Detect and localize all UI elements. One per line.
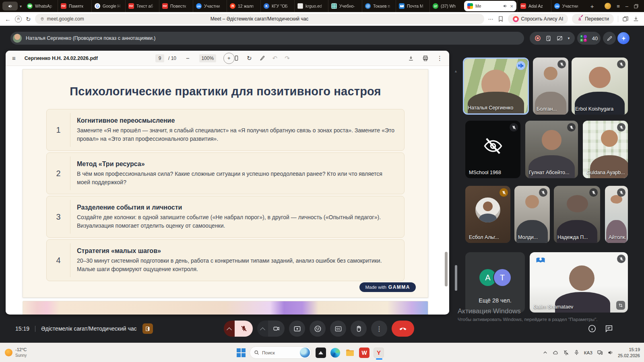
weather-widget[interactable]: -12°C Sunny — [5, 347, 27, 358]
present-button[interactable] — [289, 321, 305, 337]
new-tab-button[interactable]: + — [587, 1, 597, 11]
tab-whatsapp-web[interactable]: 37(37) Wh — [429, 0, 463, 12]
yandex-home-button[interactable]: Я — [15, 16, 22, 23]
camera-control[interactable] — [257, 321, 285, 337]
mic-control[interactable] — [224, 321, 253, 337]
tab-zoom-participants[interactable]: zmУчастни — [193, 0, 227, 12]
tab-uchebno[interactable]: Учебно- — [328, 0, 362, 12]
participant-tile-guldana[interactable]: Guldana Ayapb... — [583, 121, 628, 178]
more-options-button[interactable]: ⋯ — [488, 16, 493, 22]
tab-mail[interactable]: Почта М — [396, 0, 429, 12]
annotate-pen-button[interactable] — [603, 32, 616, 45]
taskbar-edge[interactable] — [330, 348, 341, 358]
zoom-out-button[interactable]: − — [186, 55, 190, 62]
participant-tile-nadezhda[interactable]: Надежда П... — [554, 186, 600, 243]
chevron-down-icon[interactable]: ▾ — [20, 4, 22, 8]
onedrive-cloud-icon[interactable] — [553, 350, 559, 356]
browser-menu-button[interactable]: ≡ — [617, 4, 620, 9]
participant-tile-aitolk[interactable]: Айтолк... — [605, 186, 628, 243]
tab-zoom-participants-2[interactable]: zmУчастни — [551, 0, 585, 12]
taskbar-file-explorer[interactable] — [345, 348, 355, 358]
participant-tile-esbol[interactable]: Есбол Альг... — [465, 186, 510, 243]
meeting-details-icon[interactable] — [588, 324, 597, 333]
downloads-icon[interactable] — [633, 16, 639, 22]
panel-scroll-up-icon[interactable]: ▲ — [454, 69, 458, 73]
rotate-icon[interactable]: ↻ — [247, 55, 252, 61]
tab-pamyatka[interactable]: PDFПамятк — [58, 0, 91, 12]
ai-assistant-button[interactable] — [617, 32, 630, 44]
camera-options-chevron[interactable] — [257, 321, 268, 337]
mic-mute-button[interactable] — [235, 321, 253, 337]
tab-google[interactable]: GGoogle Н — [91, 0, 125, 12]
tab-tekst[interactable]: PDFТекст аб — [125, 0, 159, 12]
taskbar-search[interactable]: Поиск — [250, 346, 312, 359]
pdf-scrollbar-thumb[interactable] — [445, 252, 448, 286]
ask-alice-button[interactable]: Спросить Алису AI — [508, 14, 568, 24]
tab-tokaev[interactable]: @Токаев п — [362, 0, 396, 12]
minimize-button[interactable]: – — [625, 4, 628, 9]
captions-button[interactable] — [330, 321, 346, 337]
start-button[interactable] — [237, 348, 246, 357]
crop-video-button[interactable] — [616, 301, 625, 310]
download-icon[interactable] — [408, 55, 414, 62]
undo-icon[interactable]: ↶ — [272, 55, 278, 61]
tray-expand-icon[interactable] — [542, 350, 548, 356]
end-call-button[interactable] — [392, 321, 414, 337]
reload-button[interactable]: ↻ — [26, 16, 31, 22]
address-bar[interactable]: meet.google.com Meet – Әдістемелік сағат… — [35, 14, 484, 24]
tab-whatsapp[interactable]: ☎WhatsAp — [24, 0, 58, 12]
bookmark-icon[interactable] — [497, 16, 504, 22]
translate-button[interactable]: ä Перевести — [572, 14, 614, 24]
language-indicator[interactable]: КАЗ — [584, 350, 592, 355]
participant-tile-bolgan[interactable]: Болган... — [533, 58, 568, 115]
collections-icon[interactable] — [622, 16, 629, 22]
annotation-icon[interactable] — [545, 35, 551, 41]
participant-tile-galim[interactable]: Galim Shamataev — [530, 252, 628, 313]
page-number-input[interactable]: 9 — [155, 54, 164, 62]
profile-avatar[interactable] — [605, 3, 611, 9]
mic-options-chevron[interactable] — [224, 321, 235, 337]
zoom-in-button[interactable]: + — [223, 53, 235, 64]
pdf-sidebar-toggle[interactable]: ≡ — [12, 55, 16, 62]
chevron-down-icon[interactable]: ▾ — [568, 36, 570, 40]
meeting-room-button[interactable] — [142, 323, 153, 334]
redo-icon[interactable]: ↷ — [285, 55, 290, 61]
chat-icon[interactable] — [605, 324, 613, 333]
tab-12-zhalpy[interactable]: Я12 жалп — [227, 0, 260, 12]
tab-krguo[interactable]: krguo.ed — [294, 0, 328, 12]
fit-page-icon[interactable] — [233, 55, 239, 61]
restore-button[interactable] — [634, 4, 638, 8]
made-with-gamma-badge[interactable]: Made with GAMMA — [359, 282, 416, 292]
taskbar-clock[interactable]: 15:19 25.02.2026 — [618, 347, 640, 359]
more-options-button[interactable]: ⋮ — [371, 321, 387, 337]
participant-tile-natalya[interactable]: Наталья Сергиенко — [463, 58, 529, 115]
whiteboard-off-icon[interactable] — [557, 35, 563, 41]
recording-icon[interactable] — [535, 35, 541, 41]
tray-mic-icon[interactable] — [574, 350, 580, 356]
kebab-menu-icon[interactable]: ⋮ — [437, 55, 443, 61]
participant-tile-erbol[interactable]: Erbol Koishygara — [572, 58, 628, 115]
draw-pen-icon[interactable] — [259, 55, 265, 61]
volume-icon[interactable] — [607, 350, 613, 356]
zoom-level[interactable]: 100% — [199, 54, 216, 62]
print-icon[interactable] — [422, 55, 429, 62]
participant-tile-mschool[interactable]: MSchool 1968 — [465, 121, 520, 178]
more-participants-tile[interactable]: A T Ещё 28 чел. — [465, 252, 525, 313]
tab-povestka[interactable]: PDFПовестк — [159, 0, 193, 12]
back-button[interactable]: ← — [5, 16, 11, 22]
notifications-off-icon[interactable] — [563, 350, 569, 356]
tab-audio-button[interactable] — [2, 2, 18, 10]
tab-meet-active[interactable]: Me × — [464, 1, 516, 11]
display-device-icon[interactable] — [597, 350, 603, 356]
taskbar-photos-app[interactable] — [316, 348, 326, 358]
reactions-button[interactable] — [310, 321, 326, 337]
taskbar-yandex-browser[interactable]: Y — [374, 348, 384, 358]
raise-hand-button[interactable] — [351, 321, 367, 337]
camera-button[interactable] — [268, 321, 285, 337]
site-pin-icon[interactable] — [40, 16, 45, 21]
tab-audio-icon[interactable] — [503, 4, 508, 8]
participant-tile-gulnat[interactable]: Гулнат Абсейто... — [525, 121, 578, 178]
taskbar-w-app[interactable]: W — [359, 348, 369, 358]
participant-tile-moldi[interactable]: Молди... — [514, 186, 550, 243]
participants-scrollbar-thumb[interactable] — [455, 265, 457, 291]
